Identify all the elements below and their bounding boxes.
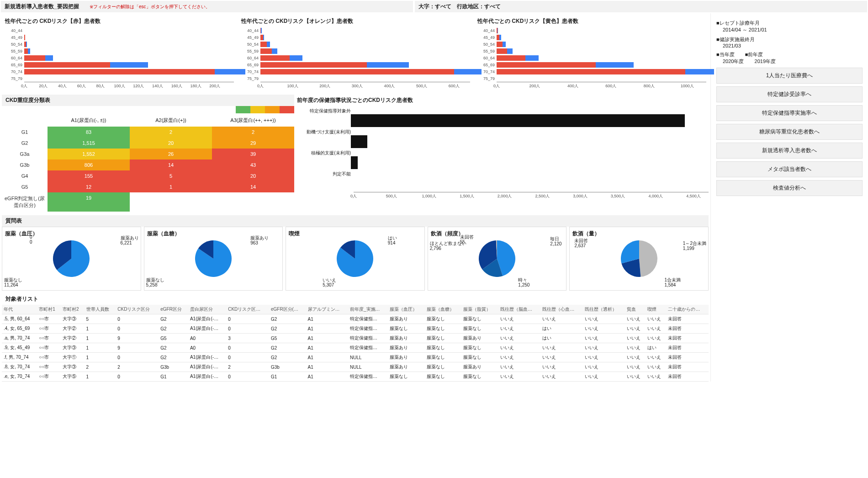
sev-cell[interactable]: 29 bbox=[212, 138, 294, 149]
sev-cell[interactable] bbox=[212, 192, 294, 212]
list-col[interactable]: 服薬（脂質） bbox=[461, 305, 498, 314]
sev-row-label: G1 bbox=[2, 127, 48, 138]
pie-title: 飲酒（量） bbox=[572, 229, 706, 239]
list-col[interactable]: 年代 bbox=[2, 305, 37, 314]
meta-key: ■健診実施最終月 bbox=[716, 36, 863, 43]
guidance-row: 積極的支援(未利用) bbox=[296, 150, 709, 169]
table-row[interactable]: .4, 女, 65_69○○市大字②10G2A1(尿蛋白(-…0G2A1特定保健… bbox=[2, 324, 709, 334]
severity-legend bbox=[2, 106, 294, 114]
nav-button[interactable]: 特定保健指導実施率へ bbox=[716, 105, 863, 121]
risk-chart: 性年代ごとの CKDリスク【黄色】患者数 40_44 45_49 50_54 5… bbox=[474, 13, 709, 92]
list-col[interactable]: eGFR区分(… bbox=[269, 305, 306, 314]
sev-cell[interactable]: 26 bbox=[130, 149, 212, 159]
list-col[interactable]: 服薬（血圧） bbox=[388, 305, 425, 314]
pie-label: 服薬あり963 bbox=[250, 235, 269, 245]
pie-chart bbox=[53, 240, 90, 277]
sev-cell[interactable]: 1 bbox=[130, 181, 212, 192]
nav-button[interactable]: 特定健診受診率へ bbox=[716, 86, 863, 102]
age-row: 40_44 bbox=[4, 27, 234, 34]
list-col[interactable]: 既往歴（脳血… bbox=[498, 305, 540, 314]
sev-cell[interactable]: 2 bbox=[130, 127, 212, 138]
sidebar: ■レセプト診療年月 2014/04 ～ 2021/01■健診実施最終月 2021… bbox=[710, 13, 868, 382]
meta-val: 2021/03 bbox=[723, 43, 863, 48]
sev-cell[interactable]: 19 bbox=[48, 192, 130, 212]
pie-chart bbox=[479, 240, 515, 277]
subject-table[interactable]: 年代市町村1市町村2世帯人員数CKDリスク区分eGFR区分蛋白尿区分CKDリスク… bbox=[2, 305, 709, 382]
list-col[interactable]: 蛋白尿区分 bbox=[188, 305, 226, 314]
sev-col: A2(尿蛋白(+)) bbox=[130, 114, 212, 127]
age-row: 45_49 bbox=[240, 34, 470, 41]
sev-cell[interactable]: 5 bbox=[130, 170, 212, 181]
list-title: 対象者リスト bbox=[2, 293, 709, 305]
age-row: 45_49 bbox=[476, 34, 706, 41]
list-col[interactable]: 既往歴（心血… bbox=[540, 305, 582, 314]
guidance-title: 前年度の保健指導状況ごとのCKDリスク患者数 bbox=[296, 95, 709, 106]
list-col[interactable]: 服薬（血糖） bbox=[425, 305, 462, 314]
age-row: 70_74 bbox=[240, 68, 470, 75]
ckd-severity-panel: CKD重症度分類表 A1(尿蛋白(-, ±))A2(尿蛋白(+))A3(尿蛋白(… bbox=[2, 95, 294, 212]
pie-label: 1合未満1,584 bbox=[664, 277, 681, 287]
sev-cell[interactable]: 1,552 bbox=[48, 149, 130, 159]
sev-cell[interactable]: 12 bbox=[48, 181, 130, 192]
pie-label: 未回答2,637 bbox=[574, 238, 588, 248]
sev-cell[interactable]: 806 bbox=[48, 159, 130, 170]
nav-button[interactable]: 糖尿病等重症化患者数へ bbox=[716, 124, 863, 140]
sev-cell[interactable]: 83 bbox=[48, 127, 130, 138]
list-col[interactable]: 前年度_実施… bbox=[348, 305, 388, 314]
subject-list: 対象者リスト 年代市町村1市町村2世帯人員数CKDリスク区分eGFR区分蛋白尿区… bbox=[2, 293, 709, 382]
list-col[interactable]: 喫煙 bbox=[646, 305, 666, 314]
sev-cell[interactable]: 43 bbox=[212, 159, 294, 170]
chart-title: 性年代ごとの CKDリスク【赤】患者数 bbox=[4, 16, 234, 27]
pie-label: 00 bbox=[30, 234, 32, 244]
sev-cell[interactable]: 20 bbox=[212, 170, 294, 181]
list-col[interactable]: 尿アルブミン… bbox=[306, 305, 348, 314]
sev-cell[interactable]: 2 bbox=[212, 127, 294, 138]
table-row[interactable]: .9, 女, 45_49○○市大字③19G2A00G2A1特定保健指…服薬あり服… bbox=[2, 343, 709, 353]
pie-label: 毎日2,120 bbox=[550, 236, 561, 246]
nav-button[interactable]: メタボ該当者数へ bbox=[716, 161, 863, 177]
sev-cell[interactable]: 14 bbox=[130, 159, 212, 170]
sev-cell[interactable]: 20 bbox=[130, 138, 212, 149]
pie-label: 服薬なし5,258 bbox=[146, 277, 164, 287]
pie-label: 未回答55 bbox=[460, 234, 474, 244]
age-row: 60_64 bbox=[4, 54, 234, 61]
risk-chart: 性年代ごとの CKDリスク【オレンジ】患者数 40_44 45_49 50_54… bbox=[238, 13, 472, 92]
pie-card: 服薬（血圧） 服薬なし11,264服薬あり6,22100 bbox=[2, 227, 141, 291]
sev-col: A1(尿蛋白(-, ±)) bbox=[48, 114, 130, 127]
list-col[interactable]: 既往歴（透析） bbox=[583, 305, 625, 314]
table-row[interactable]: .f, 男, 70_74○○市大字①10G2A1(尿蛋白(-…0G2A1NULL… bbox=[2, 353, 709, 362]
pie-chart bbox=[195, 240, 232, 277]
age-row: 55_59 bbox=[476, 48, 706, 54]
nav-button[interactable]: 新規透析導入患者数へ bbox=[716, 143, 863, 159]
nav-button[interactable]: 1人当たり医療費へ bbox=[716, 68, 863, 84]
table-row[interactable]: .e, 女, 70_74○○市大字⑤10G1A1(尿蛋白(-…0G1A1特定保健… bbox=[2, 372, 709, 382]
sev-cell[interactable]: 155 bbox=[48, 170, 130, 181]
list-col[interactable]: CKDリスク区分 bbox=[116, 305, 159, 314]
sev-col: A3(尿蛋白(++, +++)) bbox=[212, 114, 294, 127]
sev-cell[interactable]: 1,515 bbox=[48, 138, 130, 149]
age-row: 70_74 bbox=[4, 68, 234, 75]
list-col[interactable]: 市町村2 bbox=[61, 305, 85, 314]
risk-chart: 性年代ごとの CKDリスク【赤】患者数 40_44 45_49 50_54 55… bbox=[2, 13, 236, 92]
table-row[interactable]: .8, 女, 70_74○○市大字③22G3bA1(尿蛋白(-…2G3bA1NU… bbox=[2, 362, 709, 372]
list-col[interactable]: 貧血 bbox=[625, 305, 646, 314]
guidance-row: 判定不能 bbox=[296, 171, 709, 190]
table-row[interactable]: .a, 男, 70_74○○市大字②19G5A03G5A1特定保健指…服薬あり服… bbox=[2, 334, 709, 343]
pie-card: 服薬（血糖） 服薬なし5,258服薬あり963 bbox=[144, 227, 283, 291]
age-row: 50_54 bbox=[476, 41, 706, 48]
table-row[interactable]: .5, 男, 60_64○○市大字③50G2A1(尿蛋白(-…0G2A1特定保健… bbox=[2, 314, 709, 324]
sev-row-label: G2 bbox=[2, 138, 48, 149]
list-col[interactable]: eGFR区分 bbox=[159, 305, 188, 314]
sev-cell[interactable]: 39 bbox=[212, 149, 294, 159]
list-col[interactable]: 世帯人員数 bbox=[85, 305, 116, 314]
list-col[interactable]: 市町村1 bbox=[37, 305, 61, 314]
age-row: 55_59 bbox=[4, 48, 234, 54]
list-col[interactable]: 二十歳からの… bbox=[666, 305, 709, 314]
list-col[interactable]: CKDリスク区… bbox=[226, 305, 269, 314]
guidance-row: 特定保健指導対象外 bbox=[296, 108, 709, 127]
age-row: 40_44 bbox=[240, 27, 470, 34]
sev-cell[interactable] bbox=[130, 192, 212, 212]
nav-button[interactable]: 検査値分析へ bbox=[716, 180, 863, 196]
chart-title: 性年代ごとの CKDリスク【オレンジ】患者数 bbox=[240, 16, 470, 27]
sev-cell[interactable]: 14 bbox=[212, 181, 294, 192]
